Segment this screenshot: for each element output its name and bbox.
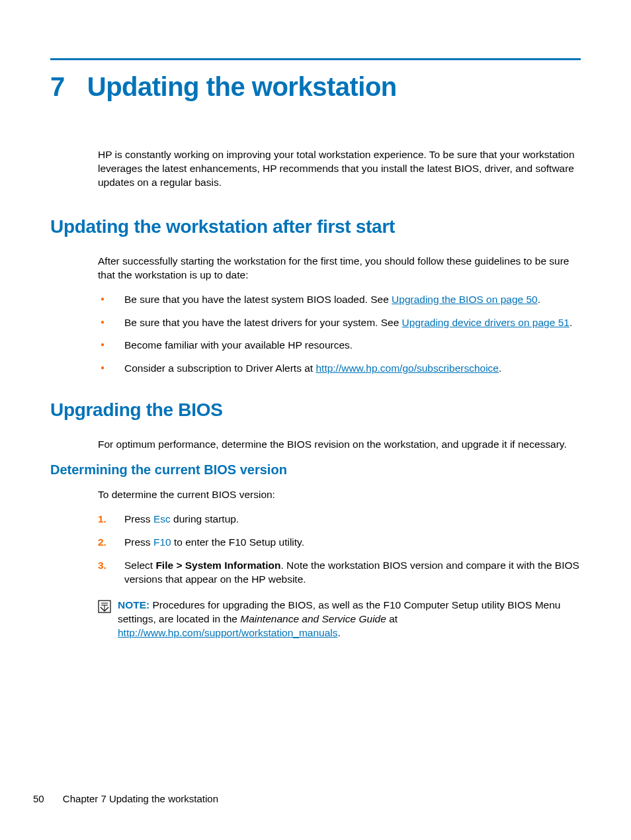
step-text: Select	[124, 560, 155, 571]
page-footer: 50 Chapter 7 Updating the workstation	[33, 793, 218, 804]
step-number: 1.	[98, 513, 106, 526]
note-icon	[98, 600, 111, 640]
section2-heading: Upgrading the BIOS	[50, 399, 581, 421]
bullet-item: Be sure that you have the latest system …	[98, 293, 581, 307]
bullet-item: Consider a subscription to Driver Alerts…	[98, 362, 581, 376]
link-subscribers-choice[interactable]: http://www.hp.com/go/subscriberschoice	[316, 362, 499, 374]
key-esc: Esc	[153, 513, 171, 525]
section1-heading: Updating the workstation after first sta…	[50, 216, 581, 237]
section1-bullets: Be sure that you have the latest system …	[98, 293, 581, 376]
bullet-text: Be sure that you have the latest system …	[124, 294, 392, 305]
step-number: 2.	[98, 536, 106, 550]
page-number: 50	[33, 793, 44, 804]
intro-paragraph: HP is constantly working on improving yo…	[98, 148, 581, 190]
chapter-text: Updating the workstation	[87, 72, 397, 102]
step-item: 1. Press Esc during startup.	[98, 513, 581, 526]
link-upgrading-drivers[interactable]: Upgrading device drivers on page 51	[402, 317, 569, 328]
note-italic: Maintenance and Service Guide	[240, 613, 386, 624]
bullet-text: .	[538, 294, 540, 305]
step-text: to enter the F10 Setup utility.	[171, 536, 304, 548]
bullet-text: Consider a subscription to Driver Alerts…	[124, 362, 316, 374]
section2-sub-heading: Determining the current BIOS version	[50, 462, 581, 478]
link-upgrading-bios[interactable]: Upgrading the BIOS on page 50	[392, 294, 538, 305]
step-item: 3. Select File > System Information. Not…	[98, 559, 581, 587]
bullet-item: Be sure that you have the latest drivers…	[98, 316, 581, 330]
step-item: 2. Press F10 to enter the F10 Setup util…	[98, 536, 581, 550]
note-text: at	[386, 613, 398, 624]
step-text: Press	[124, 513, 153, 525]
note-content: NOTE: Procedures for upgrading the BIOS,…	[118, 599, 581, 640]
bullet-text: .	[499, 362, 501, 374]
menu-path: File > System Information	[155, 560, 280, 571]
chapter-number: 7	[50, 72, 65, 102]
bullet-item: Become familiar with your available HP r…	[98, 339, 581, 353]
link-workstation-manuals[interactable]: http://www.hp.com/support/workstation_ma…	[118, 627, 338, 638]
note-text: .	[338, 627, 341, 638]
steps-list: 1. Press Esc during startup. 2. Press F1…	[98, 513, 581, 587]
note-label: NOTE:	[118, 599, 149, 610]
section2-sub-paragraph: To determine the current BIOS version:	[98, 488, 581, 502]
step-text: Press	[124, 536, 153, 548]
chapter-title: 7 Updating the workstation	[50, 72, 581, 102]
top-rule	[50, 58, 581, 60]
bullet-text: Be sure that you have the latest drivers…	[124, 317, 402, 328]
note-box: NOTE: Procedures for upgrading the BIOS,…	[98, 599, 581, 640]
section1-paragraph: After successfully starting the workstat…	[98, 255, 581, 282]
step-number: 3.	[98, 559, 106, 573]
step-text: during startup.	[171, 513, 239, 525]
section2-paragraph: For optimum performance, determine the B…	[98, 438, 581, 452]
key-f10: F10	[153, 536, 171, 548]
bullet-text: .	[569, 317, 572, 328]
chapter-label: Chapter 7 Updating the workstation	[63, 793, 218, 804]
